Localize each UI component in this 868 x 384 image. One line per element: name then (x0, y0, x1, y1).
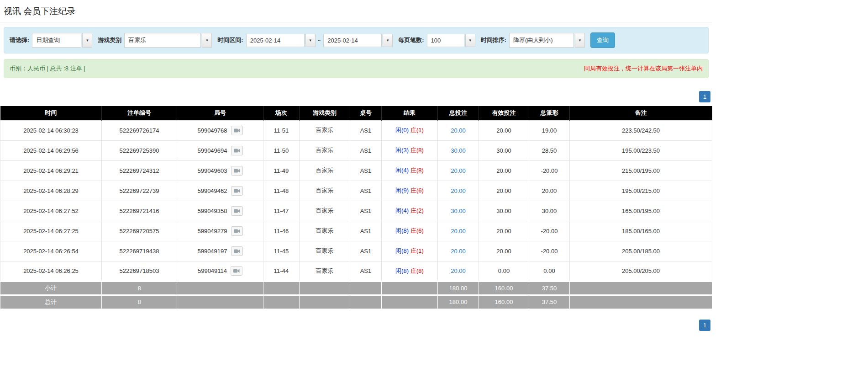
page-title: 视讯 会员下注纪录 (0, 0, 712, 22)
cell-total-bet: 20.00 (438, 241, 479, 261)
chevron-down-icon[interactable]: ▼ (383, 34, 393, 47)
total-bet-link[interactable]: 20.00 (451, 228, 466, 235)
total-bet-link[interactable]: 20.00 (451, 267, 466, 274)
video-replay-icon[interactable] (231, 166, 243, 176)
total-bet-link[interactable]: 20.00 (451, 167, 466, 174)
cell-session: 11-45 (263, 241, 300, 261)
summary-empty-cell (300, 295, 350, 309)
cell-total-bet: 30.00 (438, 201, 479, 221)
summary-empty-cell (177, 295, 263, 309)
pagination-bottom: 1 (2, 320, 710, 331)
table-row: 2025-02-14 06:29:21 522269724312 5990496… (0, 160, 712, 181)
cell-table-no: AS1 (350, 120, 382, 140)
table-row: 2025-02-14 06:26:54 522269719438 5990491… (0, 241, 712, 261)
cell-payout: 20.00 (529, 181, 570, 201)
cell-total-bet: 20.00 (438, 120, 479, 140)
page-size-value[interactable]: 100 (427, 34, 464, 47)
query-type-value[interactable]: 日期查询 (32, 33, 81, 48)
game-type-combo[interactable]: 百家乐 ▼ (124, 33, 212, 48)
cell-remark: 165.00/195.00 (570, 201, 712, 221)
round-id: 599049603 (197, 167, 227, 174)
total-label: 总计 (0, 295, 102, 309)
game-type-value[interactable]: 百家乐 (124, 33, 201, 48)
result-banker: 庄(1) (410, 247, 424, 254)
cell-game-type: 百家乐 (300, 221, 350, 241)
total-payout: 37.50 (529, 295, 570, 309)
date-to-value[interactable]: 2025-02-14 (323, 34, 382, 47)
cell-result: 闲(8)庄(8) (382, 261, 438, 281)
search-button[interactable]: 查询 (590, 32, 615, 48)
chevron-down-icon[interactable]: ▼ (465, 34, 475, 47)
video-replay-icon[interactable] (231, 226, 243, 236)
result-player: 闲(9) (395, 187, 409, 194)
page-size-label: 每页笔数: (398, 36, 424, 44)
video-replay-icon[interactable] (231, 206, 243, 216)
cell-game-type: 百家乐 (300, 181, 350, 201)
result-banker: 庄(8) (410, 147, 424, 154)
cell-round: 599049462 (177, 181, 263, 201)
table-header-row: 时间注单编号局号场次游戏类别桌号结果总投注有效投注总派彩备注 (0, 106, 712, 120)
cell-payout: 0.00 (529, 261, 570, 281)
summary-empty-cell (263, 295, 300, 309)
chevron-down-icon[interactable]: ▼ (305, 34, 316, 47)
date-to-combo[interactable]: 2025-02-14 ▼ (323, 34, 393, 47)
cell-session: 11-49 (263, 160, 300, 181)
column-header-8: 有效投注 (479, 106, 529, 120)
cell-result: 闲(4)庄(8) (382, 160, 438, 181)
page-button-1[interactable]: 1 (699, 320, 710, 331)
cell-payout: -20.00 (529, 221, 570, 241)
video-replay-icon[interactable] (231, 146, 243, 155)
cell-valid-bet: 20.00 (479, 160, 529, 181)
total-bet-link[interactable]: 20.00 (451, 127, 466, 134)
cell-total-bet: 20.00 (438, 261, 479, 281)
result-banker: 庄(6) (410, 187, 424, 194)
pagination-top: 1 (2, 91, 710, 102)
total-bet-link[interactable]: 20.00 (451, 187, 466, 194)
summary-empty-cell (177, 281, 263, 295)
result-banker: 庄(6) (410, 227, 424, 234)
cell-payout: 30.00 (529, 201, 570, 221)
sort-value[interactable]: 降幂(由大到小) (509, 33, 574, 48)
round-id: 599049197 (197, 248, 227, 255)
video-replay-icon[interactable] (231, 246, 243, 256)
cell-payout: 28.50 (529, 140, 570, 160)
table-row: 2025-02-14 06:26:25 522269718503 5990491… (0, 261, 712, 281)
round-id: 599049768 (197, 127, 227, 134)
table-row: 2025-02-14 06:27:52 522269721416 5990493… (0, 201, 712, 221)
date-from-combo[interactable]: 2025-02-14 ▼ (246, 34, 316, 47)
page-button-1[interactable]: 1 (699, 91, 710, 102)
page: 视讯 会员下注纪录 请选择: 日期查询 ▼ 游戏类别 百家乐 ▼ 时间区间: 2… (0, 0, 712, 331)
cell-total-bet: 30.00 (438, 140, 479, 160)
cell-result: 闲(0)庄(1) (382, 120, 438, 140)
chevron-down-icon[interactable]: ▼ (202, 33, 212, 48)
result-player: 闲(3) (395, 147, 409, 154)
total-count: 8 (102, 295, 177, 309)
subtotal-payout: 37.50 (529, 281, 570, 295)
cell-time: 2025-02-14 06:30:23 (0, 120, 102, 140)
summary-empty-cell (263, 281, 300, 295)
cell-game-type: 百家乐 (300, 241, 350, 261)
cell-session: 11-51 (263, 120, 300, 140)
video-replay-icon[interactable] (231, 126, 243, 135)
total-total-bet: 180.00 (438, 295, 479, 309)
date-from-value[interactable]: 2025-02-14 (246, 34, 305, 47)
cell-remark: 205.00/205.00 (570, 261, 712, 281)
video-replay-icon[interactable] (231, 186, 243, 196)
cell-time: 2025-02-14 06:29:56 (0, 140, 102, 160)
cell-game-type: 百家乐 (300, 120, 350, 140)
total-bet-link[interactable]: 30.00 (451, 147, 466, 154)
chevron-down-icon[interactable]: ▼ (82, 33, 92, 48)
total-bet-link[interactable]: 30.00 (451, 208, 466, 214)
table-row: 2025-02-14 06:28:29 522269722739 5990494… (0, 181, 712, 201)
total-bet-link[interactable]: 20.00 (451, 248, 466, 255)
cell-remark: 195.00/223.50 (570, 140, 712, 160)
chevron-down-icon[interactable]: ▼ (575, 33, 585, 48)
cell-bet-id: 522269725390 (102, 140, 177, 160)
cell-bet-id: 522269726174 (102, 120, 177, 140)
query-type-combo[interactable]: 日期查询 ▼ (32, 33, 92, 48)
table-row: 2025-02-14 06:27:25 522269720575 5990492… (0, 221, 712, 241)
cell-valid-bet: 30.00 (479, 201, 529, 221)
sort-combo[interactable]: 降幂(由大到小) ▼ (509, 33, 585, 48)
page-size-combo[interactable]: 100 ▼ (427, 34, 475, 47)
video-replay-icon[interactable] (231, 266, 242, 276)
